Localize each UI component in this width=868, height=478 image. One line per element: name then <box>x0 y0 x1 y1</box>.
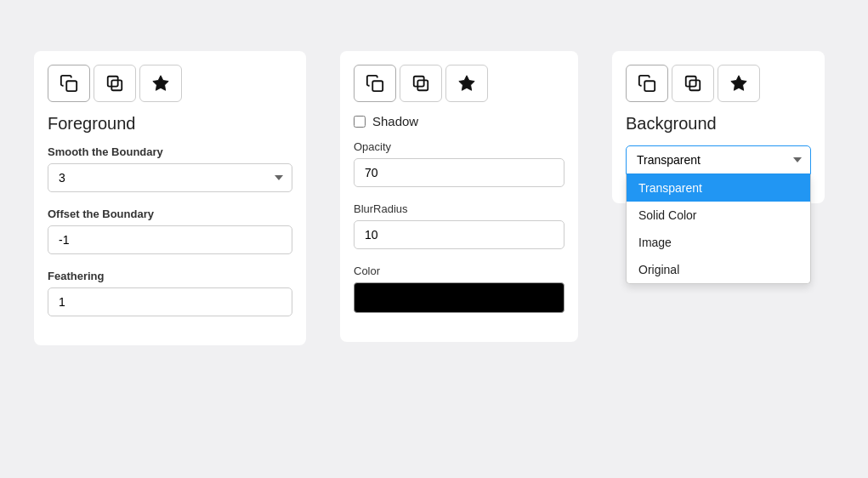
opacity-group: Opacity <box>354 140 564 187</box>
svg-rect-4 <box>372 81 383 91</box>
svg-rect-8 <box>644 81 655 91</box>
background-title: Background <box>626 114 811 134</box>
shadow-checkbox-row: Shadow <box>354 114 564 128</box>
foreground-tab-bar <box>48 65 292 102</box>
svg-rect-10 <box>689 80 700 90</box>
star-icon <box>457 74 476 93</box>
dropdown-option-solid-color[interactable]: Solid Color <box>627 202 810 229</box>
dropdown-option-transparent[interactable]: Transparent <box>627 174 810 202</box>
svg-rect-2 <box>111 80 122 90</box>
svg-marker-7 <box>459 76 474 90</box>
shadow-label: Shadow <box>372 114 418 128</box>
color-swatch[interactable] <box>354 282 564 313</box>
svg-marker-11 <box>731 76 746 90</box>
foreground-tab-star[interactable] <box>139 65 182 102</box>
foreground-title: Foreground <box>48 114 292 134</box>
foreground-tab-copy[interactable] <box>48 65 90 102</box>
svg-rect-0 <box>66 81 77 91</box>
dropdown-option-original[interactable]: Original <box>627 256 810 283</box>
copy-icon <box>60 74 78 93</box>
svg-rect-5 <box>414 77 424 87</box>
shadow-panel: Shadow Opacity BlurRadius Color <box>340 51 578 342</box>
color-label: Color <box>354 265 564 277</box>
shadow-tab-copy2[interactable] <box>400 65 442 102</box>
background-panel: Background Transparent Solid Color Image… <box>612 51 825 203</box>
shadow-tab-copy[interactable] <box>354 65 396 102</box>
background-tab-copy[interactable] <box>626 65 668 102</box>
shadow-checkbox[interactable] <box>354 116 366 128</box>
copy-icon <box>366 74 384 93</box>
color-group: Color <box>354 265 564 313</box>
feathering-group: Feathering <box>48 270 292 316</box>
background-type-select[interactable]: Transparent Solid Color Image Original <box>626 145 811 174</box>
offset-boundary-input[interactable] <box>48 225 292 254</box>
blur-radius-input[interactable] <box>354 220 564 249</box>
smooth-boundary-label: Smooth the Boundary <box>48 145 292 158</box>
svg-rect-6 <box>417 80 428 90</box>
svg-marker-3 <box>153 76 168 90</box>
foreground-panel: Foreground Smooth the Boundary 3 1 2 4 5… <box>34 51 306 345</box>
copy-icon <box>638 74 656 93</box>
background-type-group: Transparent Solid Color Image Original T… <box>626 145 811 174</box>
opacity-label: Opacity <box>354 140 564 153</box>
background-tab-copy2[interactable] <box>672 65 714 102</box>
background-tab-star[interactable] <box>718 65 760 102</box>
copy2-icon <box>105 74 124 93</box>
foreground-tab-copy2[interactable] <box>94 65 136 102</box>
blur-radius-label: BlurRadius <box>354 202 564 215</box>
background-tab-bar <box>626 65 811 102</box>
svg-rect-1 <box>108 77 118 87</box>
opacity-input[interactable] <box>354 158 564 187</box>
feathering-input[interactable] <box>48 287 292 316</box>
shadow-tab-star[interactable] <box>445 65 488 102</box>
smooth-boundary-select[interactable]: 3 1 2 4 5 <box>48 163 292 192</box>
copy2-icon <box>411 74 430 93</box>
smooth-boundary-group: Smooth the Boundary 3 1 2 4 5 <box>48 145 292 192</box>
star-icon <box>729 74 748 93</box>
background-dropdown-open: Transparent Solid Color Image Original <box>626 174 811 284</box>
background-dropdown-wrapper: Transparent Solid Color Image Original T… <box>626 145 811 174</box>
offset-boundary-label: Offset the Boundary <box>48 208 292 220</box>
dropdown-option-image[interactable]: Image <box>627 229 810 256</box>
offset-boundary-group: Offset the Boundary <box>48 208 292 254</box>
shadow-tab-bar <box>354 65 564 102</box>
blur-radius-group: BlurRadius <box>354 202 564 249</box>
copy2-icon <box>684 74 702 93</box>
star-icon <box>151 74 170 93</box>
feathering-label: Feathering <box>48 270 292 282</box>
svg-rect-9 <box>686 77 696 87</box>
